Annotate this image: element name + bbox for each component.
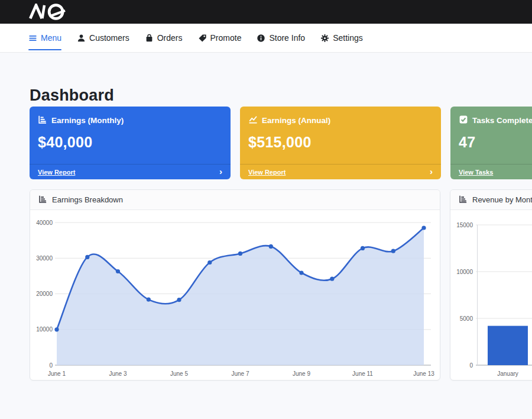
revenue-by-month-card: Revenue by Month 050001000015000January: [450, 189, 532, 381]
brand-logo-icon: [28, 4, 77, 20]
person-icon: [77, 34, 86, 43]
nav-item-label: Orders: [157, 33, 183, 43]
svg-text:10000: 10000: [456, 269, 473, 275]
chart-title: Earnings Breakdown: [52, 195, 123, 204]
chart-icon: [38, 195, 47, 205]
stat-card-value: $515,000: [248, 134, 433, 151]
chart-row: Earnings Breakdown 010000200003000040000…: [30, 189, 532, 381]
gear-icon: [320, 34, 329, 43]
chevron-right-icon: ›: [430, 167, 433, 176]
earnings-breakdown-card: Earnings Breakdown 010000200003000040000…: [30, 189, 440, 381]
svg-text:0: 0: [469, 362, 473, 369]
svg-text:40000: 40000: [36, 220, 53, 226]
stat-card-tasks-completed: Tasks Completed 47 View Tasks ›: [450, 107, 532, 179]
bar-chart-svg: 050001000015000January: [455, 214, 532, 380]
chart-card-header: Revenue by Month: [450, 190, 532, 210]
page-title: Dashboard: [30, 86, 532, 105]
stat-card-footer[interactable]: View Report ›: [240, 164, 441, 179]
svg-text:June 5: June 5: [170, 370, 188, 377]
stat-card-body: Tasks Completed 47: [450, 107, 532, 164]
stat-card-title: Earnings (Monthly): [51, 116, 124, 125]
stat-card-title: Earnings (Annual): [262, 116, 330, 125]
stat-card-footer[interactable]: View Report ›: [30, 164, 231, 179]
earnings-line-chart: 010000200003000040000June 1June 3June 5J…: [30, 210, 440, 380]
stat-card-footer[interactable]: View Tasks ›: [450, 164, 532, 179]
svg-text:June 1: June 1: [48, 370, 66, 377]
stat-card-body: Earnings (Annual) $515,000: [240, 107, 441, 164]
brand-logo[interactable]: [28, 4, 77, 20]
revenue-bar-chart: 050001000015000January: [450, 210, 532, 380]
svg-text:0: 0: [49, 362, 53, 369]
stat-card-earnings-monthly: Earnings (Monthly) $40,000 View Report ›: [30, 107, 231, 179]
stat-card-earnings-annual: Earnings (Annual) $515,000 View Report ›: [240, 107, 441, 179]
svg-text:5000: 5000: [460, 315, 473, 322]
svg-text:June 7: June 7: [231, 370, 249, 377]
nav-item-label: Store Info: [269, 33, 305, 43]
nav-item-label: Promote: [210, 33, 242, 43]
stat-card-value: $40,000: [38, 134, 222, 151]
svg-text:10000: 10000: [36, 326, 53, 333]
check-square-icon: [459, 115, 468, 126]
svg-text:30000: 30000: [36, 255, 53, 262]
main-content: Dashboard Earnings (Monthly) $40,000 Vie…: [0, 53, 532, 381]
svg-text:January: January: [497, 370, 518, 377]
chart-icon: [459, 195, 468, 205]
svg-text:June 3: June 3: [109, 370, 126, 377]
svg-text:June 11: June 11: [352, 370, 373, 377]
stat-card-title: Tasks Completed: [472, 116, 532, 125]
line-chart-icon: [248, 115, 258, 126]
line-chart-svg: 010000200003000040000June 1June 3June 5J…: [35, 214, 436, 380]
stat-card-body: Earnings (Monthly) $40,000: [30, 107, 231, 164]
nav-item-store-info[interactable]: Store Info: [257, 24, 305, 52]
info-icon: [257, 34, 265, 43]
view-report-link[interactable]: View Report: [248, 169, 286, 176]
nav-item-promote[interactable]: Promote: [198, 24, 242, 52]
chart-title: Revenue by Month: [472, 195, 532, 204]
tag-icon: [198, 34, 207, 43]
stat-card-row: Earnings (Monthly) $40,000 View Report ›…: [30, 107, 532, 179]
nav-item-label: Customers: [89, 33, 129, 43]
nav-item-settings[interactable]: Settings: [320, 24, 363, 52]
chart-card-header: Earnings Breakdown: [30, 190, 440, 210]
stat-card-value: 47: [459, 134, 532, 151]
hamburger-icon: [28, 34, 37, 43]
bar-chart-icon: [38, 115, 47, 126]
nav-item-label: Menu: [41, 33, 61, 43]
svg-text:20000: 20000: [36, 291, 53, 297]
svg-text:June 13: June 13: [413, 370, 434, 377]
bag-icon: [145, 34, 154, 43]
nav-item-menu[interactable]: Menu: [28, 24, 61, 52]
nav-item-orders[interactable]: Orders: [145, 24, 183, 52]
chevron-right-icon: ›: [219, 167, 222, 176]
nav-item-label: Settings: [333, 33, 363, 43]
view-tasks-link[interactable]: View Tasks: [459, 169, 493, 176]
svg-text:June 9: June 9: [293, 370, 310, 377]
view-report-link[interactable]: View Report: [38, 169, 75, 176]
svg-text:15000: 15000: [456, 222, 473, 228]
topbar: [0, 0, 532, 24]
nav-item-customers[interactable]: Customers: [77, 24, 129, 52]
main-navbar: Menu Customers Orders Promote Store Info…: [0, 24, 532, 53]
